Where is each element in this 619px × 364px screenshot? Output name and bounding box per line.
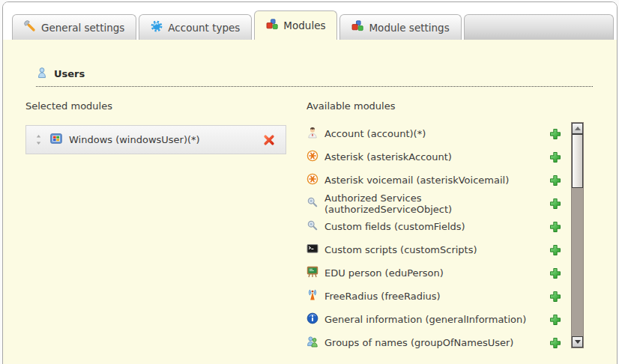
list-item: Asterisk voicemail (asteriskVoicemail) — [307, 169, 563, 192]
group-icon — [307, 336, 318, 351]
plus-icon[interactable] — [549, 175, 561, 186]
windows-icon — [50, 133, 62, 148]
list-item: Groups of names (groupOfNamesUser) — [307, 331, 563, 354]
configuration-window: General settings Account types Modules — [2, 1, 618, 364]
gear-icon — [151, 20, 163, 34]
scroll-down-icon[interactable] — [572, 336, 583, 348]
remove-icon[interactable] — [263, 134, 275, 146]
plus-icon[interactable] — [549, 291, 561, 303]
tab-modules[interactable]: Modules — [254, 10, 337, 40]
list-item: Custom scripts (customScripts) — [307, 238, 563, 261]
list-item: General information (generalInformation) — [307, 308, 563, 331]
tab-bar-filler — [464, 14, 614, 40]
users-section-header: Users — [36, 67, 593, 87]
selected-module-label: Windows (windowsUser)(*) — [69, 134, 256, 145]
terminal-icon — [307, 243, 318, 258]
scroll-up-icon[interactable] — [572, 123, 583, 134]
list-item: EDU person (eduPerson) — [307, 261, 563, 285]
list-item: Authorized Services (authorizedServiceOb… — [307, 192, 563, 215]
asterisk-icon — [307, 150, 318, 165]
tab-label: Account types — [168, 22, 240, 34]
tab-module-settings[interactable]: Module settings — [339, 14, 461, 40]
search-gear-icon — [307, 196, 318, 211]
tab-label: General settings — [41, 22, 124, 34]
list-item: FreeRadius (freeRadius) — [307, 285, 563, 308]
asterisk-icon — [307, 173, 318, 188]
available-modules-list: Account (account)(*) — [307, 122, 563, 354]
tab-label: Modules — [283, 19, 325, 31]
scrollbar[interactable] — [571, 122, 584, 348]
plus-icon[interactable] — [549, 151, 561, 163]
list-item: Custom fields (customFields) — [307, 215, 563, 238]
chalkboard-icon — [307, 266, 318, 281]
wrench-icon — [24, 20, 36, 34]
antenna-icon — [307, 289, 318, 304]
selected-modules-heading: Selected modules — [25, 100, 307, 112]
drag-handle-icon[interactable] — [34, 134, 43, 145]
list-item: Account (account)(*) — [307, 122, 563, 145]
tab-label: Module settings — [369, 22, 449, 34]
modules-tab-content: Users Selected modules — [3, 40, 617, 364]
tab-account-types[interactable]: Account types — [139, 14, 252, 40]
modules-icon — [266, 19, 278, 33]
person-icon — [307, 127, 318, 142]
modules-icon — [351, 20, 363, 34]
plus-icon[interactable] — [549, 337, 561, 349]
selected-module-row: Windows (windowsUser)(*) — [25, 125, 286, 154]
available-modules-heading: Available modules — [307, 100, 594, 112]
list-item: Asterisk (asteriskAccount) — [307, 145, 563, 169]
tab-bar: General settings Account types Modules — [3, 2, 617, 40]
section-title: Users — [54, 68, 85, 79]
plus-icon[interactable] — [549, 267, 561, 279]
plus-icon[interactable] — [549, 128, 561, 140]
plus-icon[interactable] — [549, 314, 561, 326]
tab-general-settings[interactable]: General settings — [12, 14, 136, 40]
scroll-thumb[interactable] — [572, 134, 583, 188]
user-icon — [36, 67, 48, 81]
plus-icon[interactable] — [549, 244, 561, 256]
plus-icon[interactable] — [549, 221, 561, 233]
info-icon — [307, 312, 318, 327]
search-gear-icon — [307, 219, 318, 234]
plus-icon[interactable] — [549, 198, 561, 210]
